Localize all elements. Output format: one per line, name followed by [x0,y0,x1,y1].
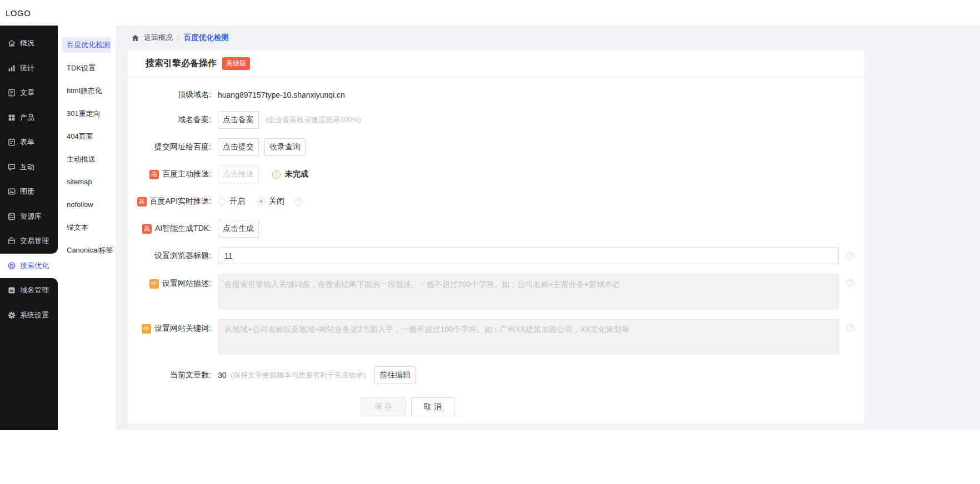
submenu-item-canonical[interactable]: Canonical标签 [58,239,116,261]
radio-circle-checked-icon [257,198,265,205]
card-header: 搜索引擎必备操作 高级版 [128,50,864,77]
breadcrumb: 返回概况 / 百度优化检测 [116,26,980,50]
site-description-textarea[interactable] [218,274,839,309]
sidebar-item-label: 表单 [20,137,34,147]
interaction-icon [7,163,16,172]
sidebar-item-interaction[interactable]: 互动 [0,155,58,180]
sidebar-item-stats[interactable]: 统计 [0,56,58,81]
seo-settings-card: 搜索引擎必备操作 高级版 顶级域名: huang897157type-10.sh… [128,50,864,424]
seo-icon [7,261,16,270]
sidebar-item-trade[interactable]: 交易管理 [0,229,58,254]
help-icon[interactable] [847,279,855,287]
home-icon[interactable] [131,34,139,42]
submenu-item-html-static[interactable]: html静态化 [58,79,116,102]
row-domain-beian: 域名备案: 点击备案 (企业备案收录速度提高100%) [128,111,864,129]
breadcrumb-separator: / [177,34,179,42]
sidebar-item-forms[interactable]: 表单 [0,130,58,155]
article-count-note: (保持文章更新频率与质量有利于百度收录) [231,370,366,380]
go-edit-button[interactable]: 前往编辑 [374,366,416,384]
trade-icon [7,236,16,245]
logo[interactable]: LOGO [6,8,31,18]
beian-button[interactable]: 点击备案 [218,111,259,129]
submenu-item-tdk[interactable]: TDK设置 [58,57,116,79]
stats-icon [7,64,16,73]
submenu-item-sitemap[interactable]: sitemap [58,170,116,193]
index-query-button[interactable]: 收录查询 [264,138,306,156]
row-actions: 保 存 取 消 [128,397,864,416]
field-label: AI智能生成TDK: [155,224,211,234]
radio-label: 关闭 [269,196,284,206]
help-icon[interactable] [847,324,855,332]
field-label: 设置网站描述: [162,279,211,289]
settings-icon [7,311,16,320]
submenu-item-nofollow[interactable]: nofollow [58,193,116,216]
cancel-button[interactable]: 取 消 [411,397,454,416]
sidebar-item-label: 交易管理 [20,236,49,246]
sidebar-block-top: 概况 统计 文章 [0,26,58,254]
high-level-badge: 高 [142,224,152,234]
sidebar-block-bottom: w 域名管理 系统设置 [0,278,58,430]
domain-icon: w [7,286,16,295]
field-label: 设置网站关键词: [154,324,211,334]
sidebar-item-seo[interactable]: 搜索优化 [0,254,58,279]
help-icon[interactable] [294,198,303,206]
beian-note: (企业备案收录速度提高100%) [266,115,361,125]
submenu-item-404[interactable]: 404页面 [58,125,116,148]
products-icon [7,113,16,122]
library-icon [7,212,16,221]
api-push-off-radio[interactable]: 关闭 [257,196,284,206]
row-site-description: 中 设置网站描述: [128,274,864,309]
field-label: 顶级域名: [178,90,211,100]
row-top-domain: 顶级域名: huang897157type-10.shanxiyunqi.cn [128,88,864,102]
submenu-item-anchor[interactable]: 锚文本 [58,216,116,239]
row-site-keywords: 中 设置网站关键词: [128,319,864,354]
row-article-count: 当前文章数: 30 (保持文章更新频率与质量有利于百度收录) 前往编辑 [128,366,864,384]
sidebar-item-label: 搜索优化 [20,261,49,271]
sidebar-item-label: 产品 [20,113,34,123]
premium-badge: 高级版 [222,57,250,70]
app-window: LOGO 概况 统计 [0,0,980,430]
help-icon[interactable] [847,252,855,260]
gallery-icon [7,187,16,196]
page-title: 搜索引擎必备操作 [146,58,217,69]
row-api-push: 高 百度API实时推送: 开启 关闭 [128,193,864,210]
home-icon [7,39,16,48]
sidebar-item-gallery[interactable]: 图册 [0,179,58,204]
sidebar-item-settings[interactable]: 系统设置 [0,303,58,328]
top-header: LOGO [0,0,980,26]
submenu-item-active-push[interactable]: 主动推送 [58,148,116,170]
high-level-badge: 高 [137,197,147,206]
field-label: 域名备案: [178,115,211,125]
browser-title-input[interactable] [218,248,839,264]
field-label: 当前文章数: [170,370,211,380]
breadcrumb-current[interactable]: 百度优化检测 [184,33,229,43]
sidebar-item-label: 文章 [20,88,34,98]
push-button-disabled[interactable]: 点击推送 [218,165,259,183]
secondary-sidebar: 百度优化检测 TDK设置 html静态化 301重定向 404页面 主动推送 s… [58,26,116,430]
sidebar-item-overview[interactable]: 概况 [0,31,58,56]
sidebar-item-label: 域名管理 [20,285,49,295]
row-ai-tdk: 高 AI智能生成TDK: 点击生成 [128,220,864,238]
main-content: 返回概况 / 百度优化检测 搜索引擎必备操作 高级版 顶级域名: huang89… [116,26,980,430]
breadcrumb-back-link[interactable]: 返回概况 [144,33,173,43]
sidebar-item-label: 互动 [20,162,34,172]
warning-icon [272,170,281,179]
sidebar-item-products[interactable]: 产品 [0,105,58,130]
submenu-item-301[interactable]: 301重定向 [58,102,116,125]
ai-generate-button[interactable]: 点击生成 [218,220,259,238]
submenu-item-baidu-check[interactable]: 百度优化检测 [62,37,111,53]
field-label: 百度主动推送: [162,169,211,179]
sidebar-item-label: 资源库 [20,211,42,221]
field-label: 提交网址给百度: [154,142,211,152]
site-keywords-textarea[interactable] [218,319,839,354]
article-count-value: 30 [218,371,227,380]
sidebar-item-articles[interactable]: 文章 [0,80,58,105]
sidebar-item-library[interactable]: 资源库 [0,204,58,229]
sidebar-item-domains[interactable]: w 域名管理 [0,278,58,303]
submit-url-button[interactable]: 点击提交 [218,138,259,156]
api-push-on-radio[interactable]: 开启 [218,196,245,206]
save-button[interactable]: 保 存 [361,397,406,416]
seo-form: 顶级域名: huang897157type-10.shanxiyunqi.cn … [128,77,864,416]
sidebar-item-label: 概况 [20,38,34,48]
mid-level-badge: 中 [149,279,159,289]
